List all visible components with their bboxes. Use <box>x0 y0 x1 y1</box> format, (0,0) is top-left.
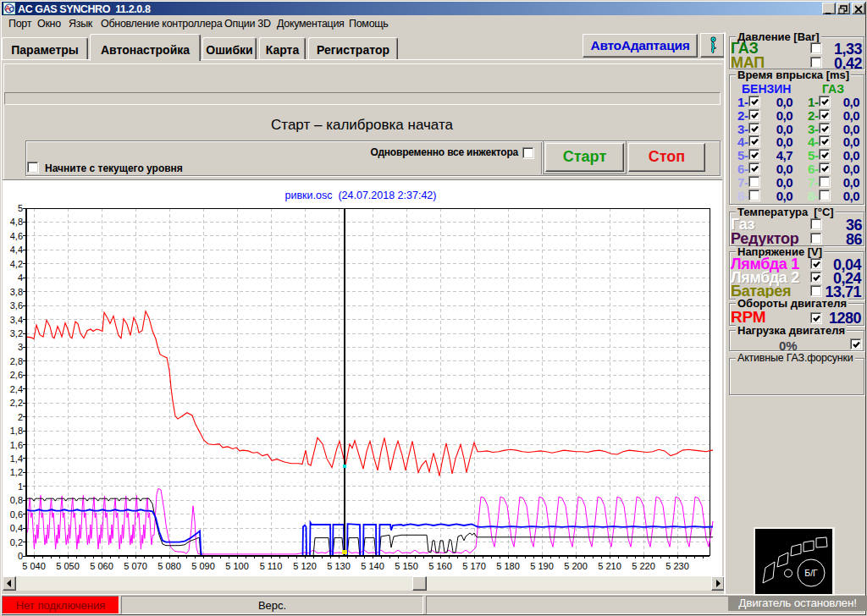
svg-text:3,8: 3,8 <box>10 287 23 297</box>
svg-text:2: 2 <box>18 412 23 422</box>
svg-text:5 040: 5 040 <box>22 561 46 571</box>
svg-text:5 220: 5 220 <box>632 561 655 571</box>
svg-text:2,2: 2,2 <box>10 398 23 408</box>
svg-text:1: 1 <box>18 481 23 492</box>
svg-text:0: 0 <box>18 551 23 561</box>
svg-text:5 130: 5 130 <box>327 561 351 571</box>
svg-text:1,6: 1,6 <box>10 440 23 450</box>
svg-text:0,6: 0,6 <box>10 509 23 520</box>
svg-text:5 210: 5 210 <box>598 561 621 571</box>
svg-text:5 070: 5 070 <box>124 561 147 571</box>
svg-text:5 100: 5 100 <box>225 561 249 571</box>
svg-text:5 170: 5 170 <box>462 561 486 571</box>
svg-text:4,6: 4,6 <box>10 231 23 241</box>
svg-text:5 080: 5 080 <box>157 561 181 571</box>
svg-text:2,8: 2,8 <box>10 356 23 366</box>
svg-text:4,4: 4,4 <box>10 245 23 255</box>
svg-text:4,8: 4,8 <box>10 217 23 227</box>
svg-text:4,2: 4,2 <box>10 259 23 269</box>
svg-text:3,6: 3,6 <box>10 300 23 311</box>
svg-text:3: 3 <box>18 342 23 352</box>
svg-text:C: C <box>9 5 15 14</box>
svg-text:5 120: 5 120 <box>293 561 317 571</box>
svg-text:4: 4 <box>18 272 23 283</box>
svg-text:5 200: 5 200 <box>564 561 588 571</box>
svg-text:5 140: 5 140 <box>361 561 384 571</box>
svg-text:0,2: 0,2 <box>10 537 23 547</box>
svg-text:5 050: 5 050 <box>56 561 80 571</box>
svg-text:1,8: 1,8 <box>10 426 23 436</box>
svg-text:1,4: 1,4 <box>10 454 23 464</box>
svg-text:5 150: 5 150 <box>395 561 418 571</box>
svg-text:5 180: 5 180 <box>496 561 520 571</box>
svg-text:5 190: 5 190 <box>530 561 554 571</box>
svg-text:1,2: 1,2 <box>10 467 23 477</box>
svg-text:ривки.osc (24.07.2018 2:37:42: ривки.osc (24.07.2018 2:37:42) <box>285 190 437 201</box>
svg-text:5: 5 <box>18 203 23 213</box>
svg-text:2,6: 2,6 <box>10 370 23 380</box>
svg-text:5 110: 5 110 <box>260 561 283 571</box>
svg-text:0,4: 0,4 <box>10 523 23 533</box>
svg-text:5 160: 5 160 <box>428 561 452 571</box>
svg-text:Б/Г: Б/Г <box>804 568 818 578</box>
svg-text:2,4: 2,4 <box>10 384 23 394</box>
svg-text:5 090: 5 090 <box>191 561 215 571</box>
svg-text:3,2: 3,2 <box>10 328 23 338</box>
svg-text:5 060: 5 060 <box>90 561 113 571</box>
svg-text:5 230: 5 230 <box>665 561 689 571</box>
svg-text:0,8: 0,8 <box>10 495 23 505</box>
svg-text:3,4: 3,4 <box>10 315 23 325</box>
